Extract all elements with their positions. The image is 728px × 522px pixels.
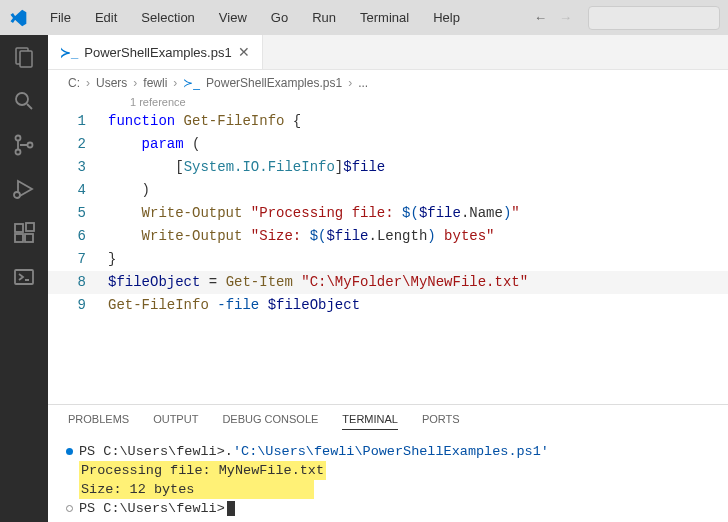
breadcrumb[interactable]: C:› Users› fewli› ≻_ PowerShellExamples.… xyxy=(48,70,728,96)
svg-rect-1 xyxy=(20,51,32,67)
tab-label: PowerShellExamples.ps1 xyxy=(84,45,231,60)
terminal-content[interactable]: PS C:\Users\fewli> . 'C:\Users\fewli\Pow… xyxy=(48,438,728,522)
search-icon[interactable] xyxy=(12,89,36,113)
svg-point-6 xyxy=(28,143,33,148)
nav-arrows: ← → xyxy=(534,10,572,25)
codelens-references[interactable]: 1 reference xyxy=(48,96,728,108)
powershell-file-icon: ≻_ xyxy=(183,76,200,90)
nav-back-icon[interactable]: ← xyxy=(534,10,547,25)
tab-problems[interactable]: PROBLEMS xyxy=(68,413,129,430)
tab-ports[interactable]: PORTS xyxy=(422,413,460,430)
activity-bar xyxy=(0,35,48,522)
svg-point-7 xyxy=(14,192,20,198)
terminal-output-highlighted: Size: 12 bytes xyxy=(79,480,314,499)
run-debug-icon[interactable] xyxy=(12,177,36,201)
tab-terminal[interactable]: TERMINAL xyxy=(342,413,398,430)
menu-view[interactable]: View xyxy=(209,6,257,29)
menu-help[interactable]: Help xyxy=(423,6,470,29)
menu-edit[interactable]: Edit xyxy=(85,6,127,29)
bottom-panel: PROBLEMS OUTPUT DEBUG CONSOLE TERMINAL P… xyxy=(48,404,728,522)
terminal-cursor xyxy=(227,501,235,516)
extensions-icon[interactable] xyxy=(12,221,36,245)
menu-selection[interactable]: Selection xyxy=(131,6,204,29)
editor-area: ≻_ PowerShellExamples.ps1 ✕ C:› Users› f… xyxy=(48,35,728,522)
close-icon[interactable]: ✕ xyxy=(238,44,250,60)
powershell-file-icon: ≻_ xyxy=(60,45,78,60)
code-editor[interactable]: 1function Get-FileInfo { 2 param ( 3 [Sy… xyxy=(48,108,728,319)
svg-rect-9 xyxy=(15,234,23,242)
source-control-icon[interactable] xyxy=(12,133,36,157)
editor-tabs: ≻_ PowerShellExamples.ps1 ✕ xyxy=(48,35,728,70)
vscode-logo-icon xyxy=(8,8,28,28)
tab-output[interactable]: OUTPUT xyxy=(153,413,198,430)
svg-rect-11 xyxy=(26,223,34,231)
menu-run[interactable]: Run xyxy=(302,6,346,29)
active-prompt-icon xyxy=(66,448,73,455)
tab-debug-console[interactable]: DEBUG CONSOLE xyxy=(222,413,318,430)
title-bar: File Edit Selection View Go Run Terminal… xyxy=(0,0,728,35)
svg-point-2 xyxy=(16,93,28,105)
panel-tabs: PROBLEMS OUTPUT DEBUG CONSOLE TERMINAL P… xyxy=(48,405,728,438)
prompt-icon xyxy=(66,505,73,512)
powershell-icon[interactable] xyxy=(12,265,36,289)
svg-point-5 xyxy=(16,150,21,155)
svg-point-4 xyxy=(16,136,21,141)
tab-powershell-examples[interactable]: ≻_ PowerShellExamples.ps1 ✕ xyxy=(48,35,263,69)
svg-line-3 xyxy=(27,104,32,109)
explorer-icon[interactable] xyxy=(12,45,36,69)
menu-go[interactable]: Go xyxy=(261,6,298,29)
menu-file[interactable]: File xyxy=(40,6,81,29)
nav-forward-icon[interactable]: → xyxy=(559,10,572,25)
svg-rect-10 xyxy=(25,234,33,242)
menu-terminal[interactable]: Terminal xyxy=(350,6,419,29)
svg-rect-8 xyxy=(15,224,23,232)
terminal-output-highlighted: Processing file: MyNewFile.txt xyxy=(79,461,326,480)
command-center-search[interactable] xyxy=(588,6,720,30)
